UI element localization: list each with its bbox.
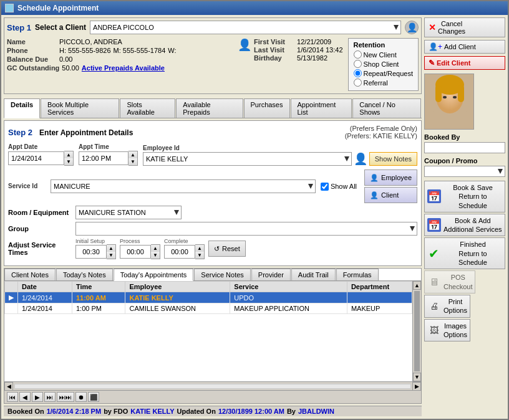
retention-new-radio[interactable]: [354, 50, 362, 59]
time-spinner[interactable]: ▲ ▼: [128, 151, 138, 166]
appt-date-input[interactable]: [8, 151, 64, 165]
retention-referral-label: Referral: [364, 79, 388, 87]
book-save-button[interactable]: 📅 Book & Save Return to Schedule: [424, 181, 505, 212]
tab-todays-notes[interactable]: Today's Notes: [56, 269, 113, 280]
retention-new-client[interactable]: New Client: [354, 50, 414, 59]
book-add-button[interactable]: 📅 Book & Add Additional Services: [424, 214, 505, 237]
process-up[interactable]: ▲: [151, 245, 160, 252]
date-down[interactable]: ▼: [64, 158, 73, 165]
tab-slots-available[interactable]: Slots Available: [120, 98, 175, 118]
time-down[interactable]: ▼: [128, 158, 137, 165]
process-wrap: ▲ ▼: [120, 244, 160, 259]
nav-new[interactable]: ⏭⏭: [57, 392, 74, 402]
client-photo: [424, 74, 474, 130]
visit-info: 👤 First Visit 12/21/2009 Last Visit 1/6/…: [238, 38, 342, 62]
show-notes-button[interactable]: Show Notes: [369, 152, 417, 166]
scroll-down-button[interactable]: ▼: [413, 373, 421, 381]
initial-setup-input[interactable]: [75, 245, 107, 259]
complete-spinner[interactable]: ▲ ▼: [195, 244, 205, 259]
process-input[interactable]: [120, 245, 151, 259]
tab-book-multiple[interactable]: Book Multiple Services: [41, 98, 119, 118]
pos-button[interactable]: 🖥 POS Checkout: [424, 270, 475, 294]
tab-todays-appointments[interactable]: Today's Appointments: [114, 269, 194, 281]
retention-referral[interactable]: Referral: [354, 79, 414, 87]
vertical-scrollbar[interactable]: ▲ ▼: [412, 281, 421, 381]
gc-label: GC Outstanding: [7, 64, 59, 72]
prepaid-link[interactable]: Active Prepaids Available: [82, 64, 165, 72]
booked-by-input[interactable]: [424, 142, 505, 153]
tab-purchases[interactable]: Purchases: [244, 98, 290, 118]
employee-button[interactable]: 👤 Employee: [364, 169, 417, 186]
finished-button[interactable]: ✔ Finished Return to Schedule: [424, 237, 505, 269]
gc-row: GC Outstanding 50.00 Active Prepaids Ava…: [7, 64, 233, 72]
time-up[interactable]: ▲: [128, 151, 137, 158]
add-client-icon: 👤+: [429, 42, 442, 51]
complete-up[interactable]: ▲: [195, 245, 204, 252]
service-select[interactable]: MANICURE: [51, 179, 316, 193]
complete-input[interactable]: [164, 245, 195, 259]
tab-provider[interactable]: Provider: [251, 269, 291, 280]
table-row[interactable]: 1/24/20141:00 PMCAMILLE SWANSONMAKEUP AP…: [5, 303, 412, 314]
complete-down[interactable]: ▼: [195, 252, 204, 259]
nav-last[interactable]: ⏭: [44, 392, 56, 402]
left-panel: Step 1 Select a Client ANDREA PICCOLO 👤: [4, 17, 422, 416]
tab-audit-trail[interactable]: Audit Trail: [291, 269, 336, 280]
process-field: Process ▲ ▼: [120, 238, 160, 259]
reset-button[interactable]: ↺ Reset: [208, 241, 246, 257]
book-add-text: Book & Add Additional Services: [444, 216, 502, 234]
show-all-checkbox[interactable]: [321, 183, 329, 191]
pos-text: POS Checkout: [444, 273, 472, 291]
right-panel: ✕ CancelChanges 👤+ Add Client ✎ Edit Cli…: [424, 17, 505, 416]
cancel-changes-button[interactable]: ✕ CancelChanges: [424, 17, 505, 37]
print-button[interactable]: 🖨 Print Options: [424, 295, 470, 318]
retention-referral-radio[interactable]: [354, 79, 362, 87]
date-up[interactable]: ▲: [64, 151, 73, 158]
process-down[interactable]: ▼: [151, 252, 160, 259]
client-button[interactable]: 👤 Client: [364, 187, 417, 203]
initial-setup-spinner[interactable]: ▲ ▼: [107, 244, 116, 259]
process-spinner[interactable]: ▲ ▼: [151, 244, 160, 259]
client-select[interactable]: ANDREA PICCOLO: [90, 21, 401, 34]
row-service: UPDO: [230, 292, 347, 303]
book-save-text: Book & Save Return to Schedule: [444, 183, 502, 210]
finished-text: Finished Return to Schedule: [444, 240, 502, 267]
retention-shop-radio[interactable]: [354, 60, 362, 68]
add-client-button[interactable]: 👤+ Add Client: [424, 40, 505, 54]
retention-box: Retention New Client Shop Client: [348, 38, 419, 91]
retention-repeat-radio[interactable]: [354, 69, 362, 77]
show-all-check[interactable]: Show All: [321, 183, 357, 191]
tab-available-prepaids[interactable]: Available Prepaids: [176, 98, 243, 118]
updated-by-value: JBALDWIN: [298, 408, 334, 415]
edit-client-button[interactable]: ✎ Edit Client: [424, 56, 505, 70]
nav-first[interactable]: ⏮: [7, 392, 18, 402]
h-scroll-right[interactable]: ▶: [412, 382, 421, 391]
last-visit-label: Last Visit: [254, 46, 294, 54]
edit-client-label: Edit Client: [437, 59, 470, 67]
initial-down[interactable]: ▼: [107, 252, 115, 259]
room-select[interactable]: MANICURE STATION: [75, 206, 182, 219]
initial-up[interactable]: ▲: [107, 245, 115, 252]
nav-stop[interactable]: ⬛: [88, 392, 99, 402]
h-scroll-left[interactable]: ◀: [4, 382, 13, 391]
tab-appointment-list[interactable]: Appointment List: [291, 98, 352, 118]
window-title: Schedule Appointment: [17, 4, 99, 12]
date-spinner[interactable]: ▲ ▼: [64, 151, 74, 166]
employee-select[interactable]: KATIE KELLY: [143, 152, 352, 166]
tab-formulas[interactable]: Formulas: [336, 269, 379, 280]
retention-shop-client[interactable]: Shop Client: [354, 60, 414, 68]
appt-time-input[interactable]: [79, 151, 128, 165]
tab-details[interactable]: Details: [4, 98, 40, 118]
group-select[interactable]: [75, 222, 417, 236]
images-button[interactable]: 🖼 Images Options: [424, 319, 470, 342]
tab-cancel-no-shows[interactable]: Cancel / No Shows: [352, 98, 421, 118]
nav-record[interactable]: ⏺: [75, 392, 87, 402]
retention-repeat[interactable]: Repeat/Request: [354, 69, 414, 77]
coupon-select[interactable]: [424, 166, 505, 177]
table-row[interactable]: ▶1/24/201411:00 AMKATIE KELLYUPDO: [5, 292, 412, 303]
scroll-up-button[interactable]: ▲: [413, 281, 421, 290]
scroll-thumb[interactable]: [414, 291, 420, 371]
nav-next[interactable]: ▶: [32, 392, 43, 402]
tab-service-notes[interactable]: Service Notes: [194, 269, 250, 280]
nav-prev[interactable]: ◀: [19, 392, 31, 402]
tab-client-notes[interactable]: Client Notes: [4, 269, 56, 280]
